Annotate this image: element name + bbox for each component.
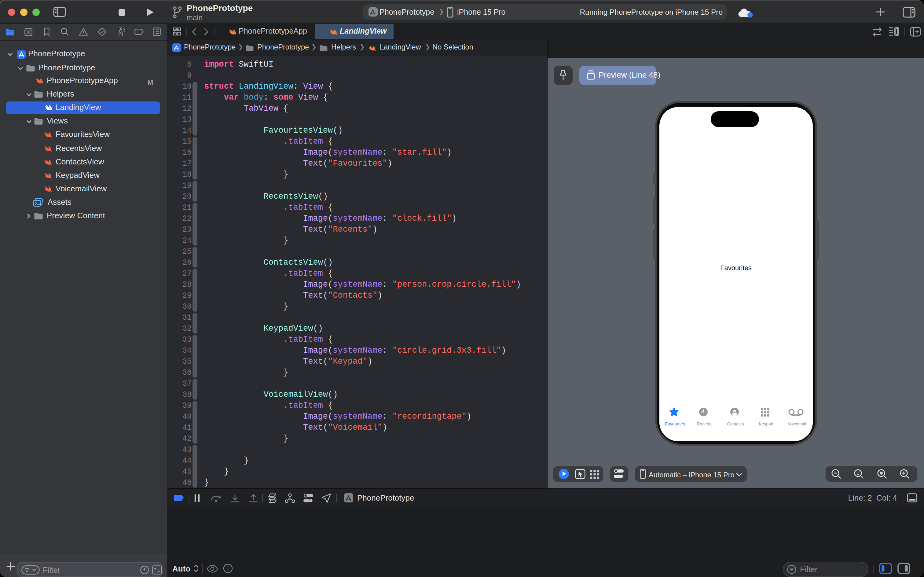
svg-text:1: 1 [857,470,859,475]
